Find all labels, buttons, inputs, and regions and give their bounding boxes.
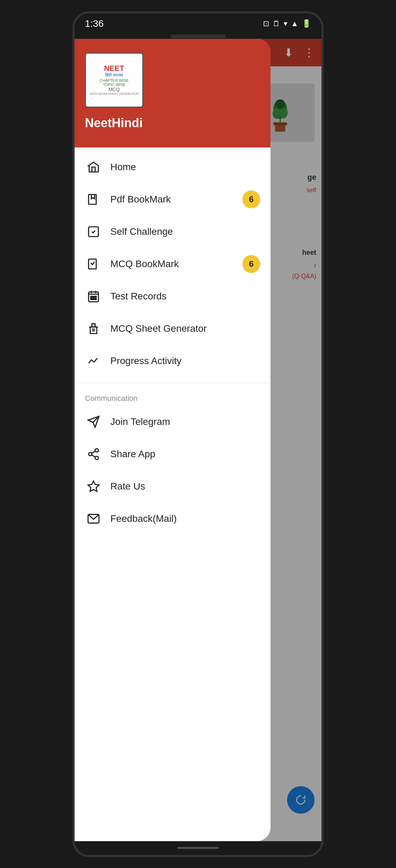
- menu-label-join-telegram: Join Telegram: [110, 416, 170, 427]
- self-challenge-icon: [85, 223, 102, 240]
- bottom-bar: [75, 841, 321, 855]
- menu-label-home: Home: [110, 162, 136, 173]
- logo-mcq-text: MCQ: [109, 87, 120, 92]
- svg-marker-30: [88, 481, 99, 491]
- menu-label-progress-activity: Progress Activity: [110, 355, 182, 366]
- menu-item-test-records[interactable]: Test Records: [75, 280, 271, 312]
- menu-item-rate-us[interactable]: Rate Us: [75, 470, 271, 503]
- menu-label-test-records: Test Records: [110, 291, 166, 302]
- battery-icon: 🔋: [302, 19, 311, 28]
- home-indicator: [177, 847, 219, 849]
- svg-rect-18: [93, 298, 94, 299]
- communication-section-title: Communication: [75, 388, 271, 406]
- menu-item-self-challenge[interactable]: Self Challenge: [75, 216, 271, 248]
- drawer-header: NEET हिंदी माध्यम CHAPTER-WISE TOPIC-WIS…: [75, 39, 271, 147]
- signal-icon: ▲: [291, 19, 298, 28]
- telegram-icon: [85, 413, 102, 430]
- app-logo: NEET हिंदी माध्यम CHAPTER-WISE TOPIC-WIS…: [85, 53, 143, 108]
- menu-label-pdf-bookmark: Pdf BookMark: [110, 194, 171, 205]
- svg-rect-19: [95, 298, 96, 299]
- notch: [170, 35, 226, 38]
- menu-label-mcq-sheet-generator: MCQ Sheet Generator: [110, 323, 207, 334]
- logo-worksheet-text: WITH WORKSHEET GENERATOR: [90, 92, 139, 96]
- menu-item-feedback-mail[interactable]: Feedback(Mail): [75, 503, 271, 535]
- progress-activity-icon: [85, 352, 102, 370]
- logo-neet-text: NEET: [104, 64, 124, 73]
- menu-label-rate-us: Rate Us: [110, 481, 145, 492]
- menu-item-pdf-bookmark[interactable]: Pdf BookMark 6: [75, 183, 271, 216]
- menu-label-share-app: Share App: [110, 449, 155, 460]
- communication-section: Communication Join Telegram: [75, 385, 271, 538]
- home-icon: [85, 158, 102, 176]
- svg-point-27: [95, 456, 99, 460]
- menu-divider: [75, 383, 271, 383]
- menu-item-share-app[interactable]: Share App: [75, 438, 271, 470]
- svg-rect-17: [91, 298, 92, 299]
- menu-item-join-telegram[interactable]: Join Telegram: [75, 406, 271, 438]
- nav-drawer: NEET हिंदी माध्यम CHAPTER-WISE TOPIC-WIS…: [75, 39, 271, 841]
- drawer-body: Home Pdf BookMark 6: [75, 147, 271, 841]
- svg-point-25: [95, 449, 99, 452]
- menu-item-mcq-sheet-generator[interactable]: MCQ Sheet Generator: [75, 312, 271, 345]
- logo-topic-text: TOPIC-WISE: [103, 83, 125, 87]
- menu-item-mcq-bookmark[interactable]: MCQ BookMark 6: [75, 248, 271, 280]
- pdf-bookmark-icon: [85, 191, 102, 208]
- sim-icon: ⊡: [263, 19, 269, 28]
- svg-rect-14: [91, 296, 92, 297]
- logo-chapter-text: CHAPTER-WISE: [100, 78, 129, 83]
- menu-label-mcq-bookmark: MCQ BookMark: [110, 259, 179, 270]
- status-time: 1:36: [85, 18, 104, 29]
- mcq-bookmark-icon: [85, 255, 102, 273]
- star-icon: [85, 478, 102, 495]
- menu-label-self-challenge: Self Challenge: [110, 226, 173, 237]
- pdf-bookmark-badge: 6: [242, 190, 260, 208]
- status-bar: 1:36 ⊡ 🗒 ▾ ▲ 🔋: [75, 13, 321, 34]
- mail-icon: [85, 510, 102, 527]
- svg-line-28: [92, 455, 96, 457]
- status-icons: ⊡ 🗒 ▾ ▲ 🔋: [263, 19, 311, 28]
- svg-point-26: [89, 452, 92, 456]
- svg-rect-16: [95, 296, 96, 297]
- notes-icon: 🗒: [273, 19, 280, 28]
- mcq-bookmark-badge: 6: [242, 255, 260, 273]
- svg-rect-20: [92, 323, 95, 327]
- menu-label-feedback-mail: Feedback(Mail): [110, 513, 177, 524]
- mcq-sheet-generator-icon: [85, 320, 102, 337]
- notch-bar: [75, 34, 321, 39]
- app-content: ⬇ ⋮ ge: [75, 39, 321, 841]
- logo-hindi-text: हिंदी माध्यम: [105, 73, 123, 78]
- svg-rect-15: [93, 296, 94, 297]
- test-records-icon: [85, 288, 102, 305]
- drawer-app-name: NeetHindi: [85, 116, 260, 130]
- share-icon: [85, 446, 102, 463]
- menu-item-progress-activity[interactable]: Progress Activity: [75, 345, 271, 377]
- phone-frame: 1:36 ⊡ 🗒 ▾ ▲ 🔋 ⬇ ⋮: [73, 11, 323, 857]
- wifi-icon: ▾: [284, 19, 287, 28]
- svg-line-29: [92, 451, 96, 453]
- menu-item-home[interactable]: Home: [75, 151, 271, 183]
- main-menu-section: Home Pdf BookMark 6: [75, 147, 271, 381]
